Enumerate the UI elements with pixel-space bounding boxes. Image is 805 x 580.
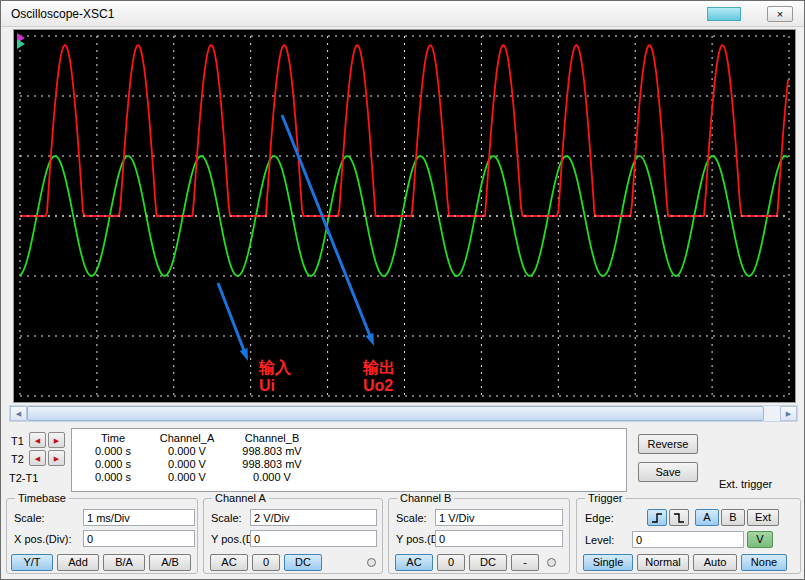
t2-values-row: 0.000 s 0.000 V 998.803 mV [78,457,318,470]
ext-trigger-label: Ext. trigger [719,478,772,490]
trigger-mode-none-button[interactable]: None [741,554,787,571]
channel-b-group-title: Channel B [397,492,454,504]
trigger-group: Trigger Edge: A B Ext Level: V Single No… [576,498,801,574]
timebase-xpos-input[interactable] [83,530,195,547]
scope-display: 输入Ui输出Uo2 [14,30,795,402]
channel-a-zero-button[interactable]: 0 [252,554,280,571]
channel-a-group-title: Channel A [212,492,269,504]
t2-channel-a: 0.000 V [148,457,226,470]
t2-right-icon: ▶ [54,455,59,462]
titlebar[interactable]: Oscilloscope-XSC1 × [1,1,804,27]
t1-right-button[interactable]: ▶ [48,432,65,448]
t2-t1-values-row: 0.000 s 0.000 V 0.000 V [78,470,318,483]
channel-b-minus-button[interactable]: - [511,554,539,571]
t2-time: 0.000 s [78,457,148,470]
svg-text:输出: 输出 [362,359,395,376]
t2-right-button[interactable]: ▶ [48,450,65,466]
timebase-add-button[interactable]: Add [57,554,99,571]
timebase-scale-input[interactable] [83,509,195,526]
trigger-rising-edge-button[interactable] [647,509,667,526]
svg-text:输入: 输入 [258,359,292,376]
trigger-source-a-button[interactable]: A [695,509,719,526]
t2-left-icon: ◀ [35,455,40,462]
channel-a-group: Channel A Scale: Y pos.(Div): AC 0 DC [203,498,383,574]
oscilloscope-window: Oscilloscope-XSC1 × 输入Ui输出Uo2 ◀ ▶ T1 ◀ ▶… [0,0,805,580]
measurement-table: Time Channel_A Channel_B 0.000 s 0.000 V… [78,431,318,483]
measurement-header-row: Time Channel_A Channel_B [78,431,318,444]
trigger-level-label: Level: [585,534,614,546]
column-time: Time [78,431,148,444]
trigger-mode-auto-button[interactable]: Auto [693,554,737,571]
t2-t1-channel-b: 0.000 V [226,470,318,483]
t2-channel-b: 998.803 mV [226,457,318,470]
scope-display-frame: 输入Ui输出Uo2 [13,29,796,403]
titlebar-accent [707,7,741,21]
t2-label: T2 [11,453,24,465]
close-icon: × [777,8,783,20]
channel-b-dc-button[interactable]: DC [469,554,507,571]
t2-t1-time: 0.000 s [78,470,148,483]
svg-text:Ui: Ui [259,377,275,394]
rising-edge-icon [648,511,666,525]
t1-time: 0.000 s [78,444,148,457]
channel-a-scale-input[interactable] [250,509,377,526]
channel-b-zero-button[interactable]: 0 [437,554,465,571]
channel-b-group: Channel B Scale: Y pos.(Div): AC 0 DC - [388,498,570,574]
measurement-readout: Time Channel_A Channel_B 0.000 s 0.000 V… [71,428,627,492]
timebase-ab-button[interactable]: A/B [149,554,191,571]
channel-a-dc-button[interactable]: DC [284,554,322,571]
t1-channel-b: 998.803 mV [226,444,318,457]
column-channel-b: Channel_B [226,431,318,444]
horizontal-scrollbar[interactable]: ◀ ▶ [9,405,798,422]
trigger-edge-label: Edge: [585,512,614,524]
t1-right-icon: ▶ [54,437,59,444]
reverse-button[interactable]: Reverse [638,434,698,454]
svg-text:Uo2: Uo2 [363,377,393,394]
scroll-right-button[interactable]: ▶ [780,406,797,421]
t1-left-button[interactable]: ◀ [29,432,46,448]
trigger-level-unit-select[interactable]: V [747,531,773,548]
channel-b-ac-button[interactable]: AC [395,554,433,571]
scroll-left-icon: ◀ [16,410,21,417]
channel-b-scale-input[interactable] [435,509,563,526]
trigger-level-input[interactable] [632,531,744,548]
t1-label: T1 [11,435,24,447]
trigger-group-title: Trigger [585,492,625,504]
window-title: Oscilloscope-XSC1 [11,7,114,21]
scroll-left-button[interactable]: ◀ [10,406,27,421]
timebase-ba-button[interactable]: B/A [103,554,145,571]
channel-a-ypos-input[interactable] [250,530,377,547]
save-button[interactable]: Save [638,462,698,482]
trigger-source-b-button[interactable]: B [721,509,745,526]
column-channel-a: Channel_A [148,431,226,444]
timebase-group-title: Timebase [15,492,69,504]
channel-b-scale-label: Scale: [396,512,427,524]
close-button[interactable]: × [767,6,793,22]
trigger-falling-edge-button[interactable] [669,509,689,526]
falling-edge-icon [670,511,688,525]
timebase-yt-button[interactable]: Y/T [11,554,53,571]
t2-t1-channel-a: 0.000 V [148,470,226,483]
t1-left-icon: ◀ [35,437,40,444]
scrollbar-thumb[interactable] [27,406,764,421]
t2-t1-label: T2-T1 [9,472,38,484]
channel-b-ypos-input[interactable] [435,530,563,547]
scroll-right-icon: ▶ [786,410,791,417]
channel-a-ac-button[interactable]: AC [210,554,248,571]
channel-a-terminal-indicator [367,558,376,567]
t2-left-button[interactable]: ◀ [29,450,46,466]
timebase-scale-label: Scale: [14,512,45,524]
channel-b-terminal-indicator [547,558,556,567]
channel-a-scale-label: Scale: [211,512,242,524]
timebase-group: Timebase Scale: X pos.(Div): Y/T Add B/A… [6,498,198,574]
trigger-mode-normal-button[interactable]: Normal [637,554,689,571]
trigger-mode-single-button[interactable]: Single [583,554,633,571]
trigger-source-ext-button[interactable]: Ext [747,509,779,526]
timebase-xpos-label: X pos.(Div): [14,533,71,545]
t1-values-row: 0.000 s 0.000 V 998.803 mV [78,444,318,457]
t1-channel-a: 0.000 V [148,444,226,457]
